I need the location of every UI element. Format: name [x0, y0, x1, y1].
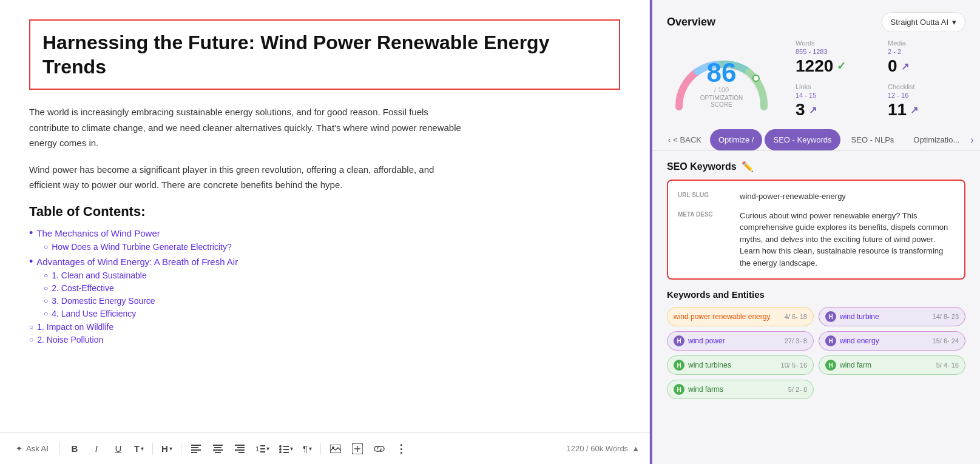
- paragraph-button[interactable]: ¶ ▾: [299, 441, 316, 456]
- toolbar-divider-4: [320, 443, 321, 455]
- tab-scroll-right[interactable]: ›: [970, 132, 973, 149]
- more-options-button[interactable]: ⋮: [391, 439, 411, 459]
- h-badge: H: [674, 360, 684, 371]
- bold-button[interactable]: B: [65, 439, 84, 459]
- score-max: 100: [718, 86, 729, 93]
- gauge-label: OPTIMIZATION SCORE: [694, 95, 749, 108]
- toc-sub-list: 1. Clean and Sustainable 2. Cost-Effecti…: [29, 271, 620, 318]
- toc-link-how-turbine[interactable]: How Does a Wind Turbine Generate Electri…: [44, 242, 620, 252]
- editor-content: Harnessing the Future: Wind Power Renewa…: [0, 0, 649, 432]
- tab-optimization[interactable]: Optimizatio...: [905, 129, 968, 150]
- stat-media-label: Media: [888, 39, 965, 47]
- right-panel: Overview Straight Outta AI ▾: [652, 0, 980, 464]
- svg-rect-2: [191, 449, 201, 451]
- toc-link-advantages[interactable]: Advantages of Wind Energy: A Breath of F…: [29, 255, 620, 268]
- svg-rect-1: [191, 447, 198, 448]
- image-button[interactable]: [326, 439, 345, 459]
- toolbar-divider: [59, 443, 60, 455]
- meta-desc-value: Curious about wind power renewable energ…: [740, 210, 955, 269]
- ask-ai-label: Ask AI: [26, 444, 49, 453]
- svg-rect-21: [283, 452, 289, 453]
- chevron-down-icon-2: ▾: [169, 445, 172, 452]
- pencil-icon[interactable]: ✏️: [742, 161, 754, 172]
- template-dropdown[interactable]: Straight Outta AI ▾: [882, 12, 965, 32]
- italic-button[interactable]: I: [87, 439, 106, 459]
- stat-media-value: 0: [888, 56, 897, 76]
- toc-sub-list: How Does a Wind Turbine Generate Electri…: [29, 242, 620, 252]
- keyword-text: wind energy: [840, 337, 879, 345]
- svg-rect-8: [235, 445, 245, 446]
- checkmark-icon: ✓: [837, 59, 846, 73]
- tab-optimize[interactable]: Optimize /: [710, 129, 763, 150]
- meta-desc-row: META DESC Curious about wind power renew…: [678, 210, 955, 269]
- keyword-nums: 4/ 6- 18: [785, 313, 807, 320]
- svg-rect-14: [260, 448, 265, 449]
- stat-links-range: 14 - 15: [796, 92, 873, 99]
- url-slug-label: URL SLUG: [678, 190, 732, 203]
- chevron-down-icon-5: ▾: [309, 445, 312, 452]
- toolbar-divider-2: [152, 443, 153, 455]
- stat-words-range: 855 - 1283: [796, 48, 873, 55]
- keyword-tag[interactable]: H wind farm 5/ 4- 16: [819, 355, 965, 375]
- keyword-tag[interactable]: H wind energy 15/ 6- 24: [819, 331, 965, 351]
- h-badge: H: [825, 311, 836, 322]
- chevron-left-icon: ‹: [668, 135, 671, 144]
- intro-paragraph-2: Wind power has become a significant play…: [29, 162, 466, 193]
- tab-back-button[interactable]: ‹ < BACK: [662, 129, 708, 150]
- toc-link-noise[interactable]: 2. Noise Pollution: [29, 335, 620, 345]
- ordered-list-button[interactable]: 1. ▾: [252, 442, 273, 456]
- unordered-list-button[interactable]: ▾: [275, 442, 297, 456]
- title-box[interactable]: Harnessing the Future: Wind Power Renewa…: [29, 19, 620, 90]
- ask-ai-button[interactable]: ✦ Ask AI: [10, 440, 55, 457]
- tab-seo-keywords[interactable]: SEO - Keywords: [765, 129, 840, 150]
- toc-link-clean[interactable]: 1. Clean and Sustainable: [44, 271, 620, 280]
- align-right-button[interactable]: [230, 439, 249, 459]
- stats-grid: Words 855 - 1283 1220 ✓ Media 2 - 2 0 ↗ …: [796, 39, 965, 119]
- toc-link-wildlife[interactable]: 1. Impact on Wildlife: [29, 322, 620, 332]
- heading-button[interactable]: H ▾: [158, 441, 176, 456]
- svg-point-18: [279, 451, 282, 453]
- link-button[interactable]: [370, 439, 389, 459]
- intro-paragraph-1: The world is increasingly embracing sust…: [29, 104, 466, 151]
- svg-rect-10: [235, 449, 245, 451]
- keyword-nums: 15/ 6- 24: [933, 337, 959, 345]
- svg-point-29: [753, 75, 759, 81]
- editor-area: Harnessing the Future: Wind Power Renewa…: [0, 0, 650, 464]
- editor-toolbar: ✦ Ask AI B I U T ▾ H ▾ 1. ▾: [0, 432, 649, 464]
- overview-title: Overview: [667, 16, 715, 29]
- toolbar-divider-3: [181, 443, 181, 455]
- keyword-tag[interactable]: H wind farms 5/ 2- 8: [667, 380, 814, 399]
- keyword-text: wind farm: [840, 361, 871, 369]
- toc-sub-item: 1. Clean and Sustainable: [44, 271, 620, 280]
- text-format-button[interactable]: T ▾: [130, 441, 147, 456]
- keyword-tag[interactable]: H wind turbine 14/ 8- 23: [819, 307, 965, 326]
- tab-seo-nlps[interactable]: SEO - NLPs: [843, 129, 903, 150]
- underline-button[interactable]: U: [109, 439, 128, 459]
- toc-item: The Mechanics of Wind Power How Does a W…: [29, 227, 620, 252]
- align-left-button[interactable]: [186, 439, 206, 459]
- svg-rect-19: [283, 446, 289, 447]
- text-format-icon: T: [134, 443, 140, 454]
- keyword-tag[interactable]: H wind turbines 10/ 5- 16: [667, 355, 814, 375]
- svg-point-16: [279, 445, 282, 448]
- keyword-tag[interactable]: wind power renewable energy 4/ 6- 18: [667, 307, 814, 326]
- tabs-row: ‹ < BACK Optimize / SEO - Keywords SEO -…: [652, 129, 980, 151]
- toc-link-domestic[interactable]: 3. Domestic Energy Source: [44, 296, 620, 306]
- toc-sub-item: 2. Noise Pollution: [29, 335, 620, 345]
- paragraph-icon: ¶: [303, 443, 308, 454]
- stat-links: Links 14 - 15 3 ↗: [796, 83, 873, 119]
- template-label: Straight Outta AI: [891, 18, 948, 27]
- h-badge: H: [825, 360, 836, 371]
- toc-link-mechanics[interactable]: The Mechanics of Wind Power: [29, 227, 620, 240]
- chevron-down-icon-4: ▾: [290, 445, 293, 452]
- align-center-button[interactable]: [208, 439, 228, 459]
- add-content-button[interactable]: [348, 439, 367, 459]
- toc-link-land[interactable]: 4. Land Use Efficiency: [44, 309, 620, 318]
- keywords-entities-title: Keywords and Entities: [667, 289, 965, 300]
- keyword-tag[interactable]: H wind power 27/ 3- 8: [667, 331, 814, 351]
- toc-item: 1. Impact on Wildlife 2. Noise Pollution: [29, 322, 620, 345]
- toc-link-cost[interactable]: 2. Cost-Effective: [44, 283, 620, 293]
- toc-list: The Mechanics of Wind Power How Does a W…: [29, 227, 620, 345]
- svg-rect-5: [214, 447, 221, 448]
- seo-box: URL SLUG wind-power-renewable-energy MET…: [667, 180, 965, 280]
